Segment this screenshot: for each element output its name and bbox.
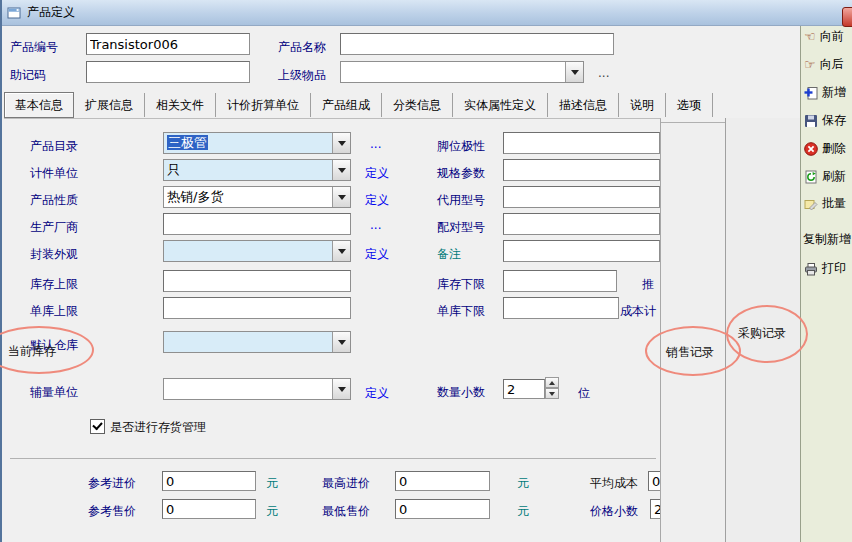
hand-left-icon: ☜: [804, 30, 816, 44]
window-icon: [7, 6, 21, 20]
purchase-record-label[interactable]: 采购记录: [738, 325, 786, 342]
close-button[interactable]: [842, 7, 852, 27]
alt-model-input[interactable]: [503, 186, 660, 208]
inventory-mgmt-checkbox[interactable]: [90, 419, 105, 434]
chevron-down-icon[interactable]: [332, 332, 350, 352]
chevron-down-icon[interactable]: [332, 133, 350, 153]
default-warehouse-combo[interactable]: [163, 331, 351, 353]
catalog-browse-link[interactable]: ...: [370, 137, 381, 151]
mnemonic-input[interactable]: [86, 61, 250, 83]
qty-decimal-suffix: 位: [578, 385, 590, 402]
alt-model-label: 代用型号: [437, 192, 485, 209]
stepper-up-icon[interactable]: [545, 377, 559, 388]
tab-product-composition[interactable]: 产品组成: [311, 93, 382, 117]
pair-model-label: 配对型号: [437, 219, 485, 236]
single-lower-label: 单库下限: [437, 303, 485, 320]
nature-value: 热销/多货: [164, 188, 332, 206]
batch-icon: [804, 197, 818, 211]
product-definition-window: { "window": { "title": "产品定义" }, "header…: [0, 0, 852, 542]
unit-combo[interactable]: 只: [163, 159, 351, 181]
single-lower-input[interactable]: [503, 297, 619, 319]
qty-decimal-label: 数量小数: [437, 384, 485, 401]
print-button[interactable]: 打印: [804, 260, 846, 277]
ref-sale-label: 参考售价: [88, 503, 136, 520]
remark-input[interactable]: [503, 240, 660, 262]
nature-define-link[interactable]: 定义: [365, 192, 389, 209]
stepper-down-icon[interactable]: [545, 388, 559, 399]
backward-button[interactable]: ☞ 向后: [804, 56, 844, 73]
stock-upper-label: 库存上限: [30, 276, 78, 293]
sales-record-label[interactable]: 销售记录: [666, 344, 714, 361]
tab-basic-info[interactable]: 基本信息: [4, 92, 74, 118]
batch-button[interactable]: 批量: [804, 195, 846, 212]
save-button[interactable]: 保存: [804, 112, 846, 129]
parent-item-browse-link[interactable]: ...: [598, 66, 609, 80]
spec-params-input[interactable]: [503, 159, 660, 181]
manufacturer-browse-link[interactable]: ...: [370, 218, 381, 232]
chevron-down-icon[interactable]: [332, 241, 350, 261]
product-name-input[interactable]: [340, 33, 614, 55]
new-page-icon: [804, 86, 818, 100]
stock-lower-input[interactable]: [503, 270, 617, 292]
min-sale-unit: 元: [517, 503, 529, 520]
delete-icon: [804, 142, 818, 156]
tab-notes[interactable]: 说明: [619, 93, 666, 117]
delete-button[interactable]: 删除: [804, 140, 846, 157]
catalog-label: 产品目录: [30, 138, 78, 155]
ref-purchase-input[interactable]: [162, 471, 256, 491]
price-section-divider: [10, 458, 656, 459]
price-decimal-input[interactable]: [650, 499, 661, 519]
avg-cost-input[interactable]: [648, 471, 661, 491]
window-title: 产品定义: [27, 4, 75, 21]
single-upper-input[interactable]: [163, 297, 351, 319]
tab-extended-info[interactable]: 扩展信息: [74, 93, 145, 117]
spec-params-label: 规格参数: [437, 165, 485, 182]
aux-unit-define-link[interactable]: 定义: [365, 385, 389, 402]
tab-pricing-conversion-unit[interactable]: 计价折算单位: [216, 93, 311, 117]
chevron-down-icon[interactable]: [332, 187, 350, 207]
unit-value: 只: [164, 161, 332, 179]
new-button[interactable]: 新增: [804, 84, 846, 101]
tab-related-files[interactable]: 相关文件: [145, 93, 216, 117]
ref-purchase-label: 参考进价: [88, 475, 136, 492]
catalog-combo[interactable]: 三极管: [163, 132, 351, 154]
ref-sale-input[interactable]: [162, 499, 256, 519]
chevron-down-icon[interactable]: [332, 160, 350, 180]
package-define-link[interactable]: 定义: [365, 246, 389, 263]
nature-label: 产品性质: [30, 192, 78, 209]
nature-combo[interactable]: 热销/多货: [163, 186, 351, 208]
mnemonic-label: 助记码: [10, 67, 46, 84]
tab-category-info[interactable]: 分类信息: [382, 93, 453, 117]
product-code-input[interactable]: [86, 33, 250, 55]
manufacturer-input[interactable]: [163, 213, 351, 235]
min-sale-input[interactable]: [395, 499, 490, 519]
chevron-down-icon[interactable]: [332, 379, 350, 399]
basic-info-tab-page: 产品目录 三极管 ... 计件单位 只 定义 产品性质 热销/多货 定义 生产厂…: [4, 118, 661, 542]
refresh-icon: [804, 170, 818, 184]
chevron-down-icon[interactable]: [565, 62, 583, 82]
tab-entity-attributes[interactable]: 实体属性定义: [453, 93, 548, 117]
refresh-button[interactable]: 刷新: [804, 168, 846, 185]
sales-record-strip: 销售记录: [661, 122, 725, 542]
forward-button[interactable]: ☜ 向前: [804, 28, 844, 45]
qty-decimal-input[interactable]: [503, 379, 545, 399]
pin-polarity-input[interactable]: [503, 132, 660, 154]
single-lower-suffix: 成本计: [620, 303, 656, 320]
aux-unit-combo[interactable]: [163, 378, 351, 400]
save-icon: [804, 114, 818, 128]
pair-model-input[interactable]: [503, 213, 660, 235]
max-purchase-input[interactable]: [395, 471, 490, 491]
tab-description-info[interactable]: 描述信息: [548, 93, 619, 117]
inventory-mgmt-label: 是否进行存货管理: [110, 419, 206, 436]
product-code-label: 产品编号: [10, 39, 58, 56]
package-label: 封装外观: [30, 246, 78, 263]
tab-options[interactable]: 选项: [666, 93, 713, 117]
package-combo[interactable]: [163, 240, 351, 262]
current-stock-label[interactable]: 当前库存: [8, 343, 56, 360]
stock-upper-input[interactable]: [163, 270, 351, 292]
copy-new-button[interactable]: 复制新增: [803, 231, 851, 248]
unit-define-link[interactable]: 定义: [365, 165, 389, 182]
max-purchase-label: 最高进价: [322, 475, 370, 492]
min-sale-label: 最低售价: [322, 503, 370, 520]
parent-item-combo[interactable]: [340, 61, 584, 83]
